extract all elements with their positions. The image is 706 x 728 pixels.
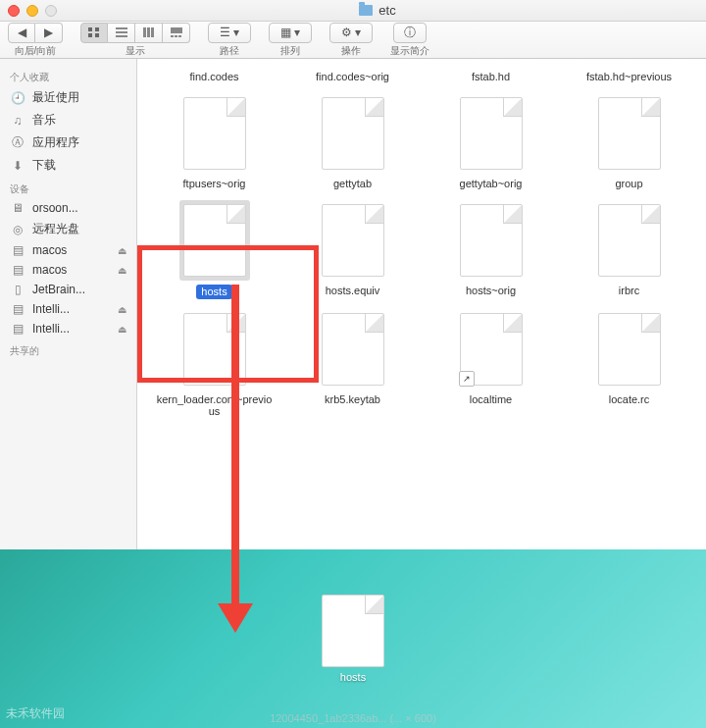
action-group: ⚙ ▾ 操作 bbox=[329, 23, 373, 58]
eject-icon[interactable]: ⏏ bbox=[118, 304, 126, 315]
path-button[interactable]: ☰ ▾ bbox=[208, 23, 251, 43]
sidebar: 个人收藏 🕘最近使用 ♫音乐 Ⓐ应用程序 ⬇下载 设备 🖥orsoon... ◎… bbox=[0, 59, 137, 549]
list-view-button[interactable] bbox=[108, 23, 135, 43]
column-view-button[interactable] bbox=[135, 23, 163, 43]
file-item[interactable]: group bbox=[562, 93, 696, 190]
file-item[interactable]: hosts~orig bbox=[424, 200, 558, 299]
sidebar-item-intelli-2[interactable]: ▤Intelli...⏏ bbox=[0, 319, 136, 338]
file-item[interactable]: gettytab bbox=[285, 93, 420, 190]
file-label: gettytab~orig bbox=[460, 178, 523, 190]
sidebar-item-label: Intelli... bbox=[32, 322, 70, 336]
nav-group: ◀ ▶ 向后/向前 bbox=[8, 23, 63, 58]
title-center: etc bbox=[57, 3, 698, 18]
zoom-button[interactable] bbox=[45, 5, 57, 17]
file-item[interactable]: ftpusers~orig bbox=[147, 93, 281, 190]
content-area[interactable]: find.codes find.codes~orig fstab.hd fsta… bbox=[137, 59, 706, 549]
file-icon bbox=[598, 97, 661, 170]
sidebar-item-label: 下载 bbox=[32, 157, 56, 174]
file-label: krb5.keytab bbox=[325, 393, 380, 406]
sidebar-item-label: 最近使用 bbox=[32, 89, 79, 106]
file-label: fstab.hd bbox=[472, 71, 510, 83]
svg-rect-11 bbox=[171, 35, 174, 37]
sidebar-item-label: JetBrain... bbox=[32, 283, 85, 296]
file-item[interactable]: gettytab~orig bbox=[424, 93, 558, 190]
file-label: find.codes~orig bbox=[316, 71, 389, 83]
disc-icon: ◎ bbox=[10, 223, 25, 236]
sidebar-item-applications[interactable]: Ⓐ应用程序 bbox=[0, 131, 136, 154]
icon-view-button[interactable] bbox=[80, 23, 108, 43]
sidebar-item-intelli-1[interactable]: ▤Intelli...⏏ bbox=[0, 299, 136, 319]
gallery-view-button[interactable] bbox=[163, 23, 190, 43]
svg-rect-13 bbox=[178, 35, 181, 37]
folder-proxy-icon bbox=[359, 5, 373, 16]
svg-rect-4 bbox=[116, 27, 127, 29]
sidebar-item-orsoon[interactable]: 🖥orsoon... bbox=[0, 198, 136, 218]
file-item[interactable]: kern_loader.conf~previous bbox=[147, 309, 281, 418]
sidebar-item-remote-disc[interactable]: ◎远程光盘 bbox=[0, 218, 136, 240]
toolbar: ◀ ▶ 向后/向前 显示 ☰ ▾ 路径 ▦ ▾ 排列 ⚙ ▾ bbox=[0, 22, 706, 59]
path-group: ☰ ▾ 路径 bbox=[208, 23, 251, 58]
forward-button[interactable]: ▶ bbox=[35, 23, 63, 43]
file-icon bbox=[322, 204, 384, 277]
desktop-file-hosts[interactable]: hosts bbox=[322, 595, 384, 684]
back-button[interactable]: ◀ bbox=[8, 23, 35, 43]
action-button[interactable]: ⚙ ▾ bbox=[329, 23, 373, 43]
sidebar-item-macos-1[interactable]: ▤macos⏏ bbox=[0, 240, 136, 260]
sidebar-item-label: orsoon... bbox=[32, 201, 78, 215]
svg-rect-7 bbox=[143, 27, 146, 37]
eject-icon[interactable]: ⏏ bbox=[118, 265, 126, 276]
hdd-icon: ▤ bbox=[10, 243, 25, 257]
watermark-center: 12004450_1ab2336ab... (... × 600) bbox=[270, 712, 436, 724]
file-icon bbox=[460, 204, 523, 277]
desktop[interactable]: hosts 未禾软件园 12004450_1ab2336ab... (... ×… bbox=[0, 549, 706, 728]
shared-header: 共享的 bbox=[0, 338, 136, 360]
file-icon bbox=[598, 204, 661, 277]
close-button[interactable] bbox=[8, 5, 20, 17]
clock-icon: 🕘 bbox=[10, 91, 25, 105]
window-title: etc bbox=[378, 3, 395, 18]
file-item[interactable]: locate.rc bbox=[562, 309, 696, 418]
sidebar-item-recents[interactable]: 🕘最近使用 bbox=[0, 86, 136, 109]
file-icon bbox=[183, 204, 246, 277]
music-icon: ♫ bbox=[10, 114, 25, 128]
file-label: kern_loader.conf~previous bbox=[156, 393, 274, 418]
file-item[interactable]: hosts.equiv bbox=[285, 200, 420, 299]
svg-rect-1 bbox=[95, 27, 99, 31]
nav-label: 向后/向前 bbox=[15, 44, 57, 58]
svg-rect-10 bbox=[171, 27, 182, 33]
file-item-hosts[interactable]: hosts bbox=[147, 200, 281, 299]
eject-icon[interactable]: ⏏ bbox=[118, 245, 126, 256]
file-icon bbox=[598, 313, 661, 386]
file-item[interactable]: irbrc bbox=[562, 200, 696, 299]
file-label: hosts.equiv bbox=[326, 285, 380, 297]
svg-rect-0 bbox=[88, 27, 92, 31]
minimize-button[interactable] bbox=[26, 5, 38, 17]
svg-rect-3 bbox=[95, 33, 99, 37]
file-item[interactable]: localtime bbox=[424, 309, 558, 418]
file-label: hosts bbox=[340, 671, 366, 684]
file-label: ftpusers~orig bbox=[183, 178, 246, 190]
download-icon: ⬇ bbox=[10, 159, 25, 173]
hdd-icon: ▤ bbox=[10, 263, 25, 277]
sidebar-item-macos-2[interactable]: ▤macos⏏ bbox=[0, 260, 136, 280]
info-button[interactable]: ⓘ bbox=[393, 23, 427, 43]
titlebar: etc bbox=[0, 0, 706, 22]
sidebar-item-music[interactable]: ♫音乐 bbox=[0, 109, 136, 131]
file-label: gettytab bbox=[333, 178, 372, 190]
file-label: locate.rc bbox=[609, 393, 650, 406]
arrange-button[interactable]: ▦ ▾ bbox=[269, 23, 312, 43]
sidebar-item-jetbrain[interactable]: ▯JetBrain... bbox=[0, 280, 136, 299]
eject-icon[interactable]: ⏏ bbox=[118, 324, 126, 335]
file-item[interactable]: fstab.hd~previous bbox=[562, 59, 696, 83]
sidebar-item-label: 应用程序 bbox=[32, 134, 79, 151]
sidebar-item-label: macos bbox=[32, 263, 67, 277]
file-item[interactable]: fstab.hd bbox=[424, 59, 558, 83]
file-icon bbox=[322, 595, 384, 667]
svg-rect-9 bbox=[151, 27, 154, 37]
file-item[interactable]: find.codes~orig bbox=[285, 59, 420, 83]
file-item[interactable]: find.codes bbox=[147, 59, 281, 83]
sidebar-item-downloads[interactable]: ⬇下载 bbox=[0, 154, 136, 177]
file-item[interactable]: krb5.keytab bbox=[285, 309, 420, 418]
file-icon bbox=[322, 313, 384, 386]
main: 个人收藏 🕘最近使用 ♫音乐 Ⓐ应用程序 ⬇下载 设备 🖥orsoon... ◎… bbox=[0, 59, 706, 549]
